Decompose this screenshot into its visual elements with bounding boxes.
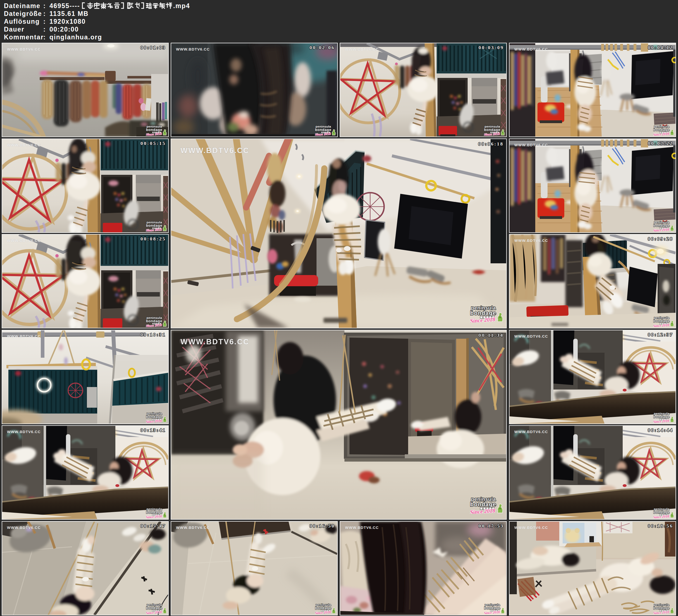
svg-text:00:16:50: 00:16:50 — [309, 523, 335, 529]
svg-text:00:17:53: 00:17:53 — [479, 523, 504, 529]
svg-text:WWW.BDTV6.CC: WWW.BDTV6.CC — [345, 526, 379, 530]
svg-text:WWW.BDTV6.CC: WWW.BDTV6.CC — [7, 526, 41, 530]
svg-text:00:10:31: 00:10:31 — [141, 332, 166, 337]
svg-text:00:13:41: 00:13:41 — [141, 427, 166, 433]
svg-text:WWW.BDTV6.CC: WWW.BDTV6.CC — [7, 430, 41, 434]
svg-text:WWW.BDTV6.CC: WWW.BDTV6.CC — [345, 47, 379, 51]
svg-text:WWW.BDTV6.CC: WWW.BDTV6.CC — [514, 238, 548, 243]
svg-text:00:09:28: 00:09:28 — [648, 236, 673, 241]
svg-text:WWW.BDTV6.CC: WWW.BDTV6.CC — [7, 143, 41, 147]
svg-text:WWW.BDTV6.CC: WWW.BDTV6.CC — [181, 338, 249, 346]
svg-text:00:12:37: 00:12:37 — [648, 332, 673, 337]
svg-text:WWW.BDTV6.CC: WWW.BDTV6.CC — [514, 526, 548, 530]
svg-text:WWW.BDTV6.CC: WWW.BDTV6.CC — [176, 47, 210, 51]
svg-text:WWW.BDTV6.CC: WWW.BDTV6.CC — [514, 430, 548, 434]
svg-text:00:06:18: 00:06:18 — [478, 141, 504, 147]
svg-text:WWW.BDTV6.CC: WWW.BDTV6.CC — [7, 334, 41, 339]
svg-text:WWW.BDTV6.CC: WWW.BDTV6.CC — [514, 143, 548, 147]
svg-text:00:15:47: 00:15:47 — [141, 523, 166, 529]
svg-text:WWW.BDTV6.CC: WWW.BDTV6.CC — [514, 334, 548, 339]
svg-text:WWW.BDTV6.CC: WWW.BDTV6.CC — [7, 238, 41, 243]
svg-text:00:18:56: 00:18:56 — [648, 523, 673, 529]
svg-text:00:04:12: 00:04:12 — [648, 45, 673, 50]
svg-text:00:02:06: 00:02:06 — [309, 45, 335, 50]
svg-text:WWW.BDTV6.CC: WWW.BDTV6.CC — [7, 47, 41, 51]
svg-text:00:07:22: 00:07:22 — [648, 141, 673, 146]
svg-text:00:03:09: 00:03:09 — [479, 45, 504, 50]
svg-text:WWW.BDTV6.CC: WWW.BDTV6.CC — [181, 146, 249, 155]
svg-text:00:14:44: 00:14:44 — [648, 427, 673, 433]
svg-text:00:11:34: 00:11:34 — [479, 332, 504, 338]
svg-text:00:05:15: 00:05:15 — [141, 141, 166, 146]
svg-text:WWW.BDTV6.CC: WWW.BDTV6.CC — [514, 47, 548, 51]
svg-text:WWW.BDTV6.CC: WWW.BDTV6.CC — [176, 526, 210, 530]
svg-text:00:01:03: 00:01:03 — [141, 45, 166, 50]
svg-text:00:08:25: 00:08:25 — [141, 236, 166, 241]
